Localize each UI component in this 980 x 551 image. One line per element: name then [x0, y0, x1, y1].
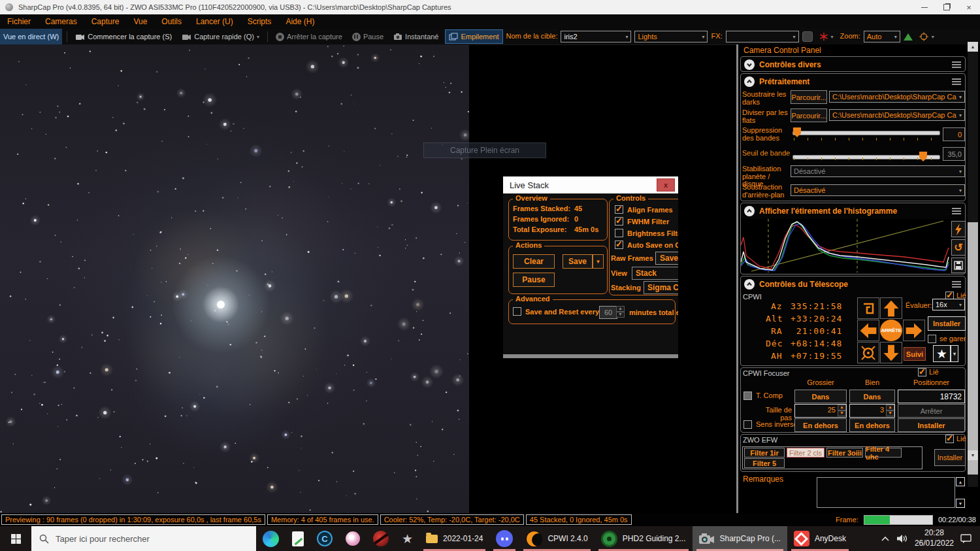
brightness-filter-checkbox[interactable]: Brightness Filter: [615, 229, 678, 237]
stop-capture-button[interactable]: Arrêter la capture: [272, 29, 346, 44]
tracking-toggle-button[interactable]: Suivi: [904, 347, 926, 361]
save-reset-checkbox[interactable]: Save and Reset every: [513, 307, 599, 316]
auto-save-checkbox[interactable]: Auto Save on Clea: [615, 241, 678, 249]
menu-icon[interactable]: [951, 61, 962, 69]
menu-lancer[interactable]: Lancer (U): [189, 17, 240, 26]
start-button[interactable]: [0, 526, 31, 551]
taskbar-star-button[interactable]: ★: [395, 526, 419, 551]
slew-rate-select[interactable]: 16x▾: [932, 299, 965, 310]
banding-slider[interactable]: [792, 131, 940, 135]
threshold-value[interactable]: 35,0: [943, 147, 965, 161]
goto-target-button[interactable]: [857, 342, 879, 363]
clear-button[interactable]: Clear: [513, 254, 555, 269]
focuser-stop-button[interactable]: Arrêter: [898, 404, 965, 418]
fwhm-filter-checkbox[interactable]: FWHM Filter: [615, 217, 669, 225]
background-sub-select[interactable]: Désactivé▾: [791, 184, 965, 196]
banding-value[interactable]: 0: [943, 127, 965, 141]
darks-path-select[interactable]: C:\Users\marcb\Desktop\SharpCap Ca...▾: [829, 91, 965, 103]
collapse-icon[interactable]: [744, 206, 755, 216]
focus-in-coarse-button[interactable]: Dans: [794, 390, 847, 403]
align-frames-checkbox[interactable]: Align Frames: [615, 205, 673, 214]
save-stack-button[interactable]: Save St: [655, 252, 678, 265]
star-goto-button[interactable]: ★: [933, 345, 951, 362]
filter-2-button-selected[interactable]: Filter 2 cls: [787, 448, 825, 458]
focuser-linked-checkbox[interactable]: Lié: [918, 368, 939, 376]
taskbar-flower-button[interactable]: [339, 526, 367, 551]
panel-scrollbar[interactable]: ▲ ▼: [968, 42, 978, 487]
auto-stretch-button[interactable]: [951, 221, 966, 237]
tray-expand-icon[interactable]: [881, 536, 890, 542]
remarks-scrollbar[interactable]: ▲ ▼: [956, 477, 965, 508]
menu-icon[interactable]: [951, 78, 962, 86]
menu-capture[interactable]: Capture: [84, 17, 127, 26]
menu-outils[interactable]: Outils: [154, 17, 189, 26]
scroll-down-icon[interactable]: ▼: [968, 450, 978, 460]
taskbar-blue-c-button[interactable]: C: [310, 526, 339, 551]
pause-button[interactable]: Pause: [349, 29, 387, 44]
slew-up-button[interactable]: [880, 297, 902, 319]
zoom-select[interactable]: Auto▾: [864, 31, 900, 42]
pause-button[interactable]: Pause: [513, 273, 555, 287]
focus-in-fine-button[interactable]: Dans: [849, 390, 895, 403]
slew-down-button[interactable]: [880, 342, 902, 363]
menu-icon[interactable]: [951, 280, 962, 288]
collapse-icon[interactable]: [744, 279, 755, 290]
reverse-checkbox[interactable]: Sens inverse: [743, 420, 798, 429]
scrollbar-thumb[interactable]: [968, 222, 978, 475]
taskbar-sharpcap-button[interactable]: SharpCap Pro (...: [693, 526, 787, 551]
selection-area-icon[interactable]: [802, 31, 813, 42]
scroll-up-icon[interactable]: ▲: [956, 477, 965, 486]
temp-comp-checkbox[interactable]: T. Comp: [743, 392, 783, 400]
menu-icon[interactable]: [951, 207, 962, 215]
park-checkbox[interactable]: se garer: [928, 335, 966, 343]
spiral-search-button[interactable]: [857, 297, 879, 319]
stepper-arrows[interactable]: ▲▼: [886, 405, 894, 417]
histogram-plot[interactable]: [741, 219, 950, 273]
minutes-stepper[interactable]: ▲▼: [616, 306, 625, 318]
efw-linked-checkbox[interactable]: Lié: [945, 435, 966, 443]
taskbar-anydesk-button[interactable]: AnyDesk: [787, 526, 853, 551]
tray-clock[interactable]: 20:28 26/01/2022: [915, 528, 954, 548]
menu-vue[interactable]: Vue: [126, 17, 154, 26]
minimize-button[interactable]: [913, 0, 936, 14]
flats-path-select[interactable]: C:\Users\marcb\Desktop\SharpCap Ca...▾: [829, 109, 965, 121]
remarks-textarea[interactable]: [817, 477, 955, 508]
flats-browse-button[interactable]: Parcourir...: [791, 109, 827, 122]
step-coarse-stepper[interactable]: 25 ▲▼: [794, 404, 847, 418]
snapshot-button[interactable]: Instantané: [390, 29, 442, 44]
scroll-down-icon[interactable]: ▼: [956, 499, 965, 508]
save-histogram-button[interactable]: [951, 258, 966, 273]
target-name-select[interactable]: iris2▾: [561, 31, 631, 42]
taskbar-phd2-button[interactable]: PHD2 Guiding 2...: [595, 526, 693, 551]
restore-button[interactable]: [936, 0, 958, 14]
save-button[interactable]: Save: [563, 254, 593, 269]
taskbar-discord-button[interactable]: [489, 526, 519, 551]
focus-out-coarse-button[interactable]: En dehors: [794, 418, 847, 432]
expand-icon[interactable]: [744, 59, 755, 70]
scroll-up-icon[interactable]: ▲: [968, 42, 978, 52]
taskbar-red-disc-button[interactable]: [367, 526, 395, 551]
reset-stretch-button[interactable]: ↺: [951, 239, 966, 256]
stacking-select[interactable]: Sigma Clipp: [644, 281, 678, 294]
notification-icon[interactable]: [960, 533, 972, 544]
reticle-button[interactable]: ▾: [916, 29, 938, 44]
view-select[interactable]: Stack: [632, 267, 678, 280]
collapse-icon[interactable]: [744, 76, 755, 87]
slew-left-button[interactable]: [857, 320, 879, 341]
filter-1-button[interactable]: Filter 1ir: [744, 448, 785, 458]
taskbar-notepad-button[interactable]: [286, 526, 310, 551]
filter-5-button[interactable]: Filter 5: [744, 458, 785, 468]
search-box[interactable]: Taper ici pour rechercher: [31, 526, 256, 551]
filter-4-button[interactable]: Filter 4 uhc: [865, 448, 902, 458]
menu-scripts[interactable]: Scripts: [240, 17, 279, 26]
minutes-input[interactable]: 60: [599, 306, 617, 319]
cooler-button[interactable]: ▾: [816, 29, 837, 44]
star-dropdown-button[interactable]: ▾: [951, 345, 958, 362]
close-button[interactable]: ×: [958, 0, 980, 14]
step-fine-stepper[interactable]: 3 ▲▼: [849, 404, 895, 418]
filter-3-button[interactable]: Filter 3oiii: [826, 448, 863, 458]
speaker-icon[interactable]: [896, 533, 908, 544]
live-view-button[interactable]: Vue en direct (W): [0, 29, 62, 44]
stabilization-select[interactable]: Désactivé▾: [791, 165, 965, 177]
taskbar-edge-button[interactable]: [256, 526, 286, 551]
